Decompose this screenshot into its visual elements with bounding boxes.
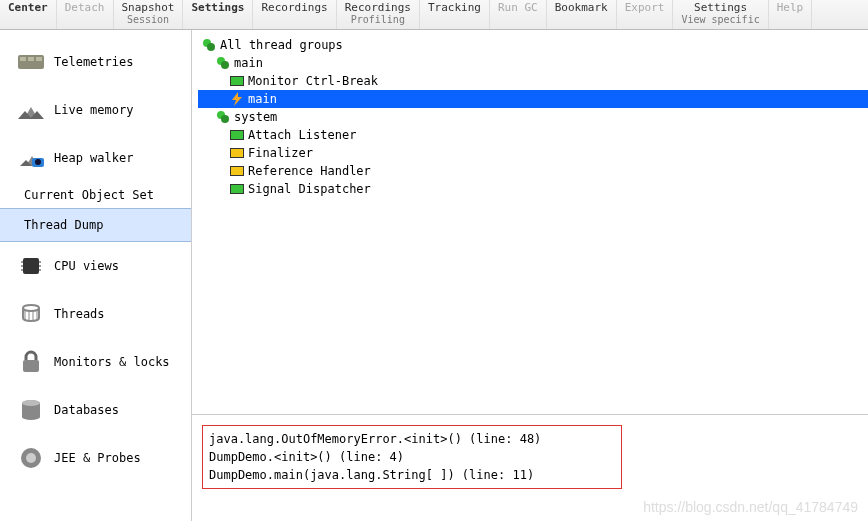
tree-label: system (234, 110, 277, 124)
sidebar-item-label: Databases (54, 403, 119, 417)
threadgroup-icon (202, 38, 216, 52)
thread-state-waiting-icon (230, 166, 244, 176)
svg-point-29 (207, 43, 215, 51)
menu-detach[interactable]: Detach (57, 0, 114, 29)
probes-icon (18, 445, 44, 471)
sidebar-item-label: Monitors & locks (54, 355, 170, 369)
sidebar-item-label: CPU views (54, 259, 119, 273)
threadgroup-icon (216, 110, 230, 124)
sidebar-item-label: Thread Dump (24, 218, 103, 232)
cpu-icon (18, 253, 44, 279)
thread-state-runnable-icon (230, 130, 244, 140)
sidebar-item-livememory[interactable]: Live memory (0, 86, 191, 134)
svg-point-25 (22, 400, 40, 406)
sidebar-section-header: Current Object Set (0, 182, 191, 208)
sidebar-item-telemetries[interactable]: Telemetries (0, 38, 191, 86)
tree-label: Signal Dispatcher (248, 182, 371, 196)
stack-frame[interactable]: java.lang.OutOfMemoryError.<init>() (lin… (209, 430, 615, 448)
tree-thread-selected[interactable]: main (198, 90, 868, 108)
tree-label: Monitor Ctrl-Break (248, 74, 378, 88)
menu-settings[interactable]: Settings (183, 0, 253, 29)
threads-icon (18, 301, 44, 327)
menu-view-settings[interactable]: SettingsView specific (673, 0, 768, 29)
sidebar-item-threads[interactable]: Threads (0, 290, 191, 338)
menu-run-gc[interactable]: Run GC (490, 0, 547, 29)
tree-label: Reference Handler (248, 164, 371, 178)
stack-trace-panel: java.lang.OutOfMemoryError.<init>() (lin… (192, 415, 868, 521)
thread-tree[interactable]: All thread groups main Monitor Ctrl-Brea… (192, 30, 868, 415)
svg-rect-23 (23, 360, 39, 372)
tree-root[interactable]: All thread groups (198, 36, 868, 54)
tree-label: All thread groups (220, 38, 343, 52)
sidebar-item-databases[interactable]: Databases (0, 386, 191, 434)
menu-bookmark[interactable]: Bookmark (547, 0, 617, 29)
tree-label: main (234, 56, 263, 70)
tree-label: main (248, 92, 277, 106)
heapwalker-icon (18, 145, 44, 171)
tree-thread[interactable]: Monitor Ctrl-Break (198, 72, 868, 90)
stack-frame[interactable]: DumpDemo.main(java.lang.String[ ]) (line… (209, 466, 615, 484)
sidebar-item-label: JEE & Probes (54, 451, 141, 465)
sidebar-item-label: Heap walker (54, 151, 133, 165)
lock-icon (18, 349, 44, 375)
svg-rect-3 (36, 57, 42, 61)
tree-thread[interactable]: Signal Dispatcher (198, 180, 868, 198)
tree-thread[interactable]: Finalizer (198, 144, 868, 162)
sidebar-item-label: Live memory (54, 103, 133, 117)
thread-state-runnable-icon (230, 76, 244, 86)
menu-export[interactable]: Export (617, 0, 674, 29)
menu-tracking[interactable]: Tracking (420, 0, 490, 29)
tree-group-system[interactable]: system (198, 108, 868, 126)
svg-rect-11 (23, 258, 39, 274)
tree-label: Attach Listener (248, 128, 356, 142)
sidebar-item-cpu-views[interactable]: CPU views (0, 242, 191, 290)
tree-thread[interactable]: Reference Handler (198, 162, 868, 180)
thread-bolt-icon (230, 92, 244, 106)
sidebar-item-thread-dump[interactable]: Thread Dump (0, 208, 191, 242)
menu-help[interactable]: Help (769, 0, 813, 29)
stack-frame[interactable]: DumpDemo.<init>() (line: 4) (209, 448, 615, 466)
menu-recordings-1[interactable]: Recordings (253, 0, 336, 29)
tree-label: Finalizer (248, 146, 313, 160)
watermark: https://blog.csdn.net/qq_41784749 (643, 499, 858, 515)
livememory-icon (18, 97, 44, 123)
svg-rect-1 (20, 57, 26, 61)
top-toolbar: Center Detach SnapshotSession Settings R… (0, 0, 868, 30)
svg-point-10 (35, 159, 41, 165)
sidebar-item-label: Telemetries (54, 55, 133, 69)
tree-thread[interactable]: Attach Listener (198, 126, 868, 144)
sidebar-item-jee-probes[interactable]: JEE & Probes (0, 434, 191, 482)
sidebar-item-heapwalker[interactable]: Heap walker (0, 134, 191, 182)
tree-group-main[interactable]: main (198, 54, 868, 72)
sidebar-item-label: Threads (54, 307, 105, 321)
menu-recordings-2[interactable]: RecordingsProfiling (337, 0, 420, 29)
svg-point-34 (221, 115, 229, 123)
stack-trace-box[interactable]: java.lang.OutOfMemoryError.<init>() (lin… (202, 425, 622, 489)
content-area: All thread groups main Monitor Ctrl-Brea… (190, 30, 868, 521)
sidebar: Telemetries Live memory Heap walker Curr… (0, 30, 192, 521)
thread-state-waiting-icon (230, 148, 244, 158)
telemetry-icon (18, 49, 44, 75)
database-icon (18, 397, 44, 423)
svg-rect-2 (28, 57, 34, 61)
threadgroup-icon (216, 56, 230, 70)
main-area: Telemetries Live memory Heap walker Curr… (0, 30, 868, 521)
svg-point-27 (26, 453, 36, 463)
menu-center[interactable]: Center (0, 0, 57, 29)
svg-marker-32 (232, 92, 242, 106)
sidebar-item-monitors-locks[interactable]: Monitors & locks (0, 338, 191, 386)
menu-snapshot[interactable]: SnapshotSession (114, 0, 184, 29)
svg-point-31 (221, 61, 229, 69)
thread-state-runnable-icon (230, 184, 244, 194)
